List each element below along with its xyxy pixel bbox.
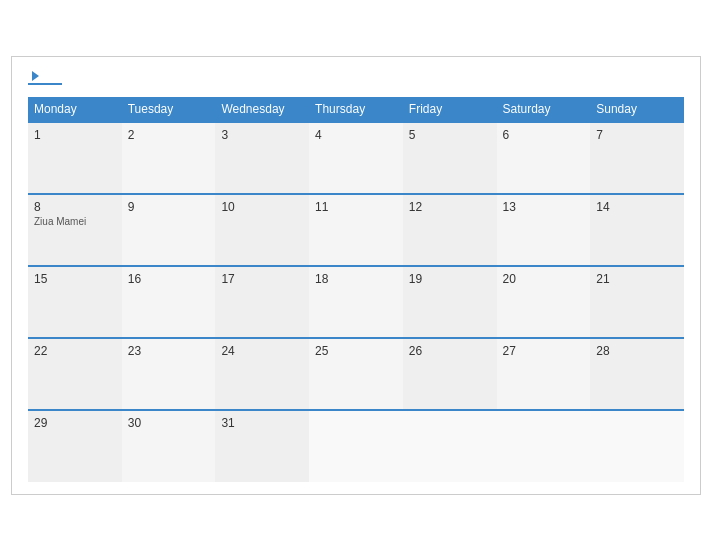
day-number: 7	[596, 128, 678, 142]
day-number: 19	[409, 272, 491, 286]
day-number: 10	[221, 200, 303, 214]
day-number: 8	[34, 200, 116, 214]
day-number: 1	[34, 128, 116, 142]
day-number: 26	[409, 344, 491, 358]
calendar-day-cell: 10	[215, 194, 309, 266]
day-number: 3	[221, 128, 303, 142]
calendar-day-cell: 24	[215, 338, 309, 410]
day-number: 17	[221, 272, 303, 286]
day-number: 13	[503, 200, 585, 214]
calendar-day-cell: 21	[590, 266, 684, 338]
calendar-header	[28, 73, 684, 85]
calendar-day-cell: 27	[497, 338, 591, 410]
weekday-header-wednesday: Wednesday	[215, 97, 309, 122]
weekday-header-sunday: Sunday	[590, 97, 684, 122]
day-number: 15	[34, 272, 116, 286]
calendar-table: MondayTuesdayWednesdayThursdayFridaySatu…	[28, 97, 684, 482]
calendar-day-cell: 3	[215, 122, 309, 194]
day-number: 22	[34, 344, 116, 358]
calendar-day-cell	[590, 410, 684, 482]
day-number: 24	[221, 344, 303, 358]
day-number: 6	[503, 128, 585, 142]
weekday-header-row: MondayTuesdayWednesdayThursdayFridaySatu…	[28, 97, 684, 122]
day-number: 12	[409, 200, 491, 214]
calendar-day-cell: 14	[590, 194, 684, 266]
day-number: 4	[315, 128, 397, 142]
day-number: 27	[503, 344, 585, 358]
calendar-week-row: 15161718192021	[28, 266, 684, 338]
weekday-header-friday: Friday	[403, 97, 497, 122]
calendar-day-cell: 6	[497, 122, 591, 194]
calendar-day-cell: 12	[403, 194, 497, 266]
calendar-day-cell	[497, 410, 591, 482]
calendar-day-cell: 20	[497, 266, 591, 338]
calendar-day-cell: 15	[28, 266, 122, 338]
day-number: 5	[409, 128, 491, 142]
calendar-day-cell: 4	[309, 122, 403, 194]
calendar-week-row: 1234567	[28, 122, 684, 194]
calendar-day-cell: 9	[122, 194, 216, 266]
logo	[28, 73, 62, 85]
day-number: 21	[596, 272, 678, 286]
calendar-day-cell: 23	[122, 338, 216, 410]
weekday-header-tuesday: Tuesday	[122, 97, 216, 122]
calendar-day-cell	[309, 410, 403, 482]
day-number: 11	[315, 200, 397, 214]
day-number: 16	[128, 272, 210, 286]
calendar-day-cell: 17	[215, 266, 309, 338]
day-number: 14	[596, 200, 678, 214]
calendar-day-cell: 16	[122, 266, 216, 338]
day-number: 20	[503, 272, 585, 286]
weekday-header-monday: Monday	[28, 97, 122, 122]
day-number: 18	[315, 272, 397, 286]
calendar-week-row: 22232425262728	[28, 338, 684, 410]
calendar-day-cell: 13	[497, 194, 591, 266]
calendar-day-cell: 25	[309, 338, 403, 410]
calendar-day-cell: 26	[403, 338, 497, 410]
calendar-day-cell: 30	[122, 410, 216, 482]
calendar-day-cell: 7	[590, 122, 684, 194]
calendar-day-cell: 5	[403, 122, 497, 194]
calendar-day-cell: 19	[403, 266, 497, 338]
logo-triangle-icon	[32, 71, 39, 81]
calendar-day-cell: 22	[28, 338, 122, 410]
calendar-day-cell: 28	[590, 338, 684, 410]
day-number: 29	[34, 416, 116, 430]
day-number: 31	[221, 416, 303, 430]
day-number: 9	[128, 200, 210, 214]
calendar-day-cell: 8Ziua Mamei	[28, 194, 122, 266]
calendar-day-cell: 31	[215, 410, 309, 482]
calendar-day-cell: 29	[28, 410, 122, 482]
calendar-day-cell: 1	[28, 122, 122, 194]
event-label: Ziua Mamei	[34, 216, 116, 227]
calendar-day-cell	[403, 410, 497, 482]
day-number: 2	[128, 128, 210, 142]
day-number: 30	[128, 416, 210, 430]
weekday-header-thursday: Thursday	[309, 97, 403, 122]
calendar-day-cell: 18	[309, 266, 403, 338]
day-number: 25	[315, 344, 397, 358]
calendar-day-cell: 11	[309, 194, 403, 266]
calendar-day-cell: 2	[122, 122, 216, 194]
day-number: 28	[596, 344, 678, 358]
weekday-header-saturday: Saturday	[497, 97, 591, 122]
calendar-container: MondayTuesdayWednesdayThursdayFridaySatu…	[11, 56, 701, 495]
calendar-week-row: 8Ziua Mamei91011121314	[28, 194, 684, 266]
logo-line	[28, 83, 62, 85]
calendar-week-row: 293031	[28, 410, 684, 482]
day-number: 23	[128, 344, 210, 358]
